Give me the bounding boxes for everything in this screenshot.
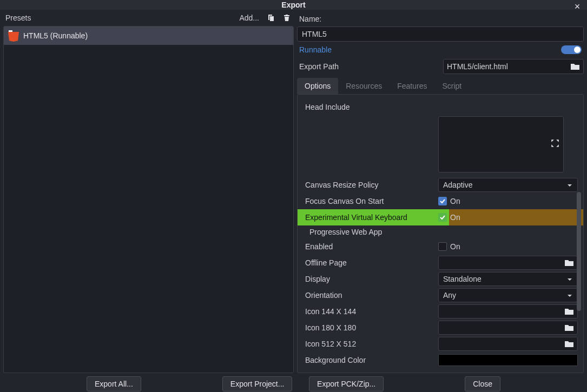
- preset-item-html5[interactable]: HTML5 (Runnable): [4, 26, 293, 45]
- enabled-on: On: [450, 242, 460, 251]
- presets-header: Presets Add...: [3, 10, 294, 26]
- orientation-dropdown[interactable]: Any: [438, 288, 578, 302]
- folder-icon[interactable]: [564, 340, 574, 348]
- folder-icon[interactable]: [564, 308, 574, 315]
- scrollbar-thumb[interactable]: [577, 192, 581, 311]
- display-dropdown[interactable]: Standalone: [438, 272, 578, 286]
- exp-vkeyboard-label: Experimental Virtual Keyboard: [303, 213, 438, 222]
- tabs: Options Resources Features Script: [297, 78, 584, 94]
- html5-icon: [8, 30, 19, 42]
- canvas-resize-value: Adaptive: [443, 181, 472, 189]
- runnable-toggle[interactable]: [561, 45, 582, 54]
- options-panel: Head Include Canvas Resize Policy Adapti…: [297, 94, 584, 373]
- presets-label: Presets: [5, 14, 31, 22]
- titlebar: Export ×: [0, 0, 587, 10]
- bottom-bar: Export All... Export Project... Export P…: [0, 376, 587, 392]
- opt-icon180: Icon 180 X 180: [303, 320, 578, 336]
- display-label: Display: [303, 275, 438, 283]
- export-project-button[interactable]: Export Project...: [222, 376, 293, 391]
- chevron-down-icon: [566, 276, 573, 282]
- opt-exp-vkeyboard: Experimental Virtual Keyboard On: [298, 209, 583, 225]
- runnable-label: Runnable: [299, 45, 332, 54]
- left-panel: Presets Add... HTML5 (Runnable): [3, 10, 294, 373]
- opt-canvas-resize: Canvas Resize Policy Adaptive: [303, 177, 578, 193]
- focus-canvas-checkbox[interactable]: [438, 197, 447, 205]
- pwa-header-label: Progressive Web App: [303, 228, 382, 236]
- enabled-checkbox[interactable]: [438, 242, 447, 251]
- orientation-label: Orientation: [303, 291, 438, 300]
- focus-canvas-on: On: [450, 197, 460, 205]
- export-path-label: Export Path: [297, 62, 439, 71]
- icon512-label: Icon 512 X 512: [303, 340, 438, 348]
- background-color-field[interactable]: [438, 354, 578, 366]
- export-pck-button[interactable]: Export PCK/Zip...: [309, 376, 384, 391]
- runnable-row: Runnable: [297, 42, 584, 57]
- export-path-row: Export Path HTML5/client.html: [297, 57, 584, 76]
- close-button[interactable]: Close: [465, 376, 500, 391]
- opt-orientation: Orientation Any: [303, 287, 578, 303]
- tab-resources[interactable]: Resources: [338, 78, 390, 94]
- name-input-row: HTML5: [297, 26, 584, 42]
- opt-pwa-header: Progressive Web App: [303, 225, 578, 238]
- export-path-value: HTML5/client.html: [447, 62, 508, 71]
- head-include-textarea[interactable]: [438, 116, 564, 172]
- opt-background-color: Background Color: [303, 352, 578, 368]
- export-path-input[interactable]: HTML5/client.html: [443, 59, 584, 74]
- enabled-label: Enabled: [303, 242, 438, 251]
- opt-offline-page: Offline Page: [303, 255, 578, 271]
- icon144-label: Icon 144 X 144: [303, 307, 438, 316]
- presets-list: HTML5 (Runnable): [3, 26, 294, 373]
- name-row: Name:: [297, 10, 584, 26]
- folder-icon[interactable]: [564, 259, 574, 267]
- tab-options[interactable]: Options: [297, 78, 338, 94]
- copy-icon[interactable]: [266, 13, 275, 23]
- name-label: Name:: [299, 15, 321, 23]
- folder-icon[interactable]: [570, 63, 580, 70]
- opt-enabled: Enabled On: [303, 238, 578, 255]
- close-icon[interactable]: ×: [572, 1, 583, 12]
- icon180-field[interactable]: [438, 321, 578, 335]
- head-include-label: Head Include: [303, 103, 438, 111]
- icon180-label: Icon 180 X 180: [303, 323, 438, 332]
- opt-head-include: Head Include: [303, 99, 578, 115]
- tab-script[interactable]: Script: [434, 78, 469, 94]
- right-panel: Name: HTML5 Runnable Export Path HTML5/c…: [297, 10, 584, 373]
- scrollbar[interactable]: [577, 192, 581, 349]
- icon144-field[interactable]: [438, 304, 578, 318]
- display-value: Standalone: [443, 275, 482, 283]
- offline-page-label: Offline Page: [303, 258, 438, 267]
- canvas-resize-label: Canvas Resize Policy: [303, 181, 438, 189]
- add-preset-button[interactable]: Add...: [239, 14, 259, 22]
- dialog-title: Export: [281, 1, 305, 9]
- opt-focus-canvas: Focus Canvas On Start On: [303, 193, 578, 209]
- opt-display: Display Standalone: [303, 271, 578, 287]
- trash-icon[interactable]: [282, 13, 292, 23]
- chevron-down-icon: [566, 182, 573, 188]
- folder-icon[interactable]: [564, 324, 574, 331]
- export-dialog: Export × Presets Add...: [0, 0, 587, 392]
- exp-vkeyboard-checkbox[interactable]: [438, 213, 447, 222]
- offline-page-field[interactable]: [438, 256, 578, 270]
- presets-tools: Add...: [239, 13, 292, 23]
- opt-icon512: Icon 512 X 512: [303, 336, 578, 352]
- opt-icon144: Icon 144 X 144: [303, 303, 578, 320]
- canvas-resize-dropdown[interactable]: Adaptive: [438, 178, 578, 192]
- orientation-value: Any: [443, 291, 456, 300]
- preset-item-label: HTML5 (Runnable): [23, 31, 88, 40]
- icon512-field[interactable]: [438, 337, 578, 351]
- name-input[interactable]: HTML5: [297, 26, 584, 42]
- tab-features[interactable]: Features: [390, 78, 434, 94]
- exp-vkeyboard-on: On: [450, 213, 460, 222]
- expand-icon[interactable]: [550, 138, 560, 148]
- focus-canvas-label: Focus Canvas On Start: [303, 197, 438, 205]
- name-value: HTML5: [302, 30, 327, 38]
- background-color-label: Background Color: [303, 356, 438, 364]
- chevron-down-icon: [566, 292, 573, 298]
- content-area: Presets Add... HTML5 (Runnable): [0, 10, 587, 376]
- export-all-button[interactable]: Export All...: [87, 376, 141, 391]
